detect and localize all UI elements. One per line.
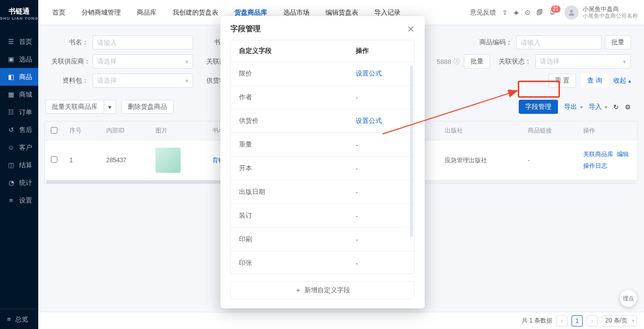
btn-add-field[interactable]: ＋ 新增自定义字段 [230,281,415,299]
sidebar-item-label: 首页 [19,37,32,46]
sidebar-item-label: 选品 [19,55,32,64]
field-name: 限价 [239,69,356,78]
btn-del-items[interactable]: 删除货盘商品 [121,100,174,114]
paginator-page-1[interactable]: 1 [572,315,583,326]
notification-icon[interactable]: 🕭21 [549,9,555,16]
link-import[interactable]: 导入 [589,102,607,111]
select-assoc-status[interactable]: 请选择▾ [535,54,631,69]
select-pack[interactable]: 请选择▾ [93,74,193,88]
btn-query[interactable]: 查 询 [581,74,608,88]
topnav-my-lists[interactable]: 我创建的货盘表 [165,0,226,25]
select-supplier[interactable]: 请选择▾ [93,54,193,69]
clear-icon[interactable]: ⓧ [453,57,460,66]
btn-add-field-label: 新增自定义字段 [304,286,350,295]
input-prod-code[interactable] [516,35,602,49]
op-log[interactable]: 操作日志 [583,162,607,169]
field-name: 装订 [239,211,356,220]
checkbox-all[interactable] [51,127,57,134]
field-op-text: - [356,212,406,220]
input-book-name[interactable] [93,35,193,49]
field-row: 开本- [231,157,414,180]
col-inner-id: 内部ID [100,121,149,141]
field-table: 自定义字段 操作 限价设置公式 作者- 供货价设置公式 重量- 开本- 出版日期… [230,40,415,274]
brand-subtitle: SHU LIAN TONG [0,16,38,21]
brand-title: 书链通 [9,7,30,16]
cell-inner-id: 285437 [100,141,149,180]
sidebar-item-stats[interactable]: ◔统计 [0,174,38,191]
checkbox-row[interactable] [51,156,57,163]
field-name: 供货价 [239,116,356,125]
field-row: 印张- [231,251,414,274]
paginator-size[interactable]: 20 条/页 [602,315,637,326]
paginator-prev[interactable]: ‹ [556,315,568,326]
btn-batch-assoc-main[interactable]: 批量关联商品库 [45,100,104,114]
sidebar-menu: ☰首页 ▣选品 ◧商品 ▦商城 ☷订单 ↺售后 ☺客户 ◫结算 ◔统计 ≡设置 [0,25,38,309]
label-assoc-status: 关联状态： [494,57,531,66]
upload-icon[interactable]: ⇧ [502,9,508,16]
btn-batch-assoc[interactable]: 批量关联商品库 ▾ [45,100,116,114]
btn-batch-assoc-caret[interactable]: ▾ [104,100,116,114]
cell-link: - [522,141,577,180]
field-name: 作者 [239,93,356,102]
btn-reset[interactable]: 重 置 [548,74,577,88]
topnav-home[interactable]: 首页 [44,0,73,25]
svg-point-0 [570,10,573,12]
field-name: 重量 [239,140,356,149]
topnav-dist[interactable]: 分销商城管理 [73,0,129,25]
field-op-text: - [356,259,406,267]
refresh-icon[interactable]: ↻ [613,103,619,111]
cell-publisher: 应急管理出版社 [439,141,522,180]
sidebar-item-label: 统计 [19,178,32,187]
field-op-link[interactable]: 设置公式 [356,117,382,124]
field-name: 出版日期 [239,187,356,196]
modal-scrollbar[interactable] [410,65,413,237]
field-op-text: - [356,165,406,172]
overview-icon: ≡ [7,315,11,323]
field-op-link[interactable]: 设置公式 [356,70,382,77]
topbar-right: 意见反馈 ⇧ ◈ ⊙ 🗐 🕭21 小尾鱼中盘商 小尾鱼中盘商公司名称 [470,6,638,20]
col-seq: 序号 [63,121,100,141]
sidebar-item-mall[interactable]: ▦商城 [0,86,38,103]
user-org: 小尾鱼中盘商公司名称 [583,13,638,19]
feedback-link[interactable]: 意见反馈 [470,8,496,17]
doc-icon[interactable]: 🗐 [536,9,543,16]
sidebar-item-customer[interactable]: ☺客户 [0,139,38,156]
btn-field-manager[interactable]: 字段管理 [519,100,558,114]
sidebar-overview[interactable]: ≡ 总览 [0,309,38,329]
btn-bulk-2[interactable]: 批量 [464,54,490,69]
sidebar-item-label: 结算 [19,161,32,170]
paginator-next[interactable]: › [587,315,598,326]
op-assoc[interactable]: 关联商品库 [583,151,613,158]
field-op-text: - [356,236,406,243]
user-menu[interactable]: 小尾鱼中盘商 小尾鱼中盘商公司名称 [565,6,638,20]
gear-icon[interactable]: ⚙ [625,103,631,111]
sidebar-item-label: 商品 [19,73,32,82]
link-export[interactable]: 导出 [564,102,583,111]
btn-bulk-1[interactable]: 批量 [605,35,631,49]
sidebar-item-home[interactable]: ☰首页 [0,33,38,50]
headset-icon[interactable]: ⊙ [525,9,530,16]
col-publisher: 出版社 [439,121,522,141]
diamond-icon[interactable]: ◈ [514,9,519,16]
avatar-icon [568,9,576,17]
select-assoc-status-placeholder: 请选择 [540,57,559,66]
sidebar-item-aftersale[interactable]: ↺售后 [0,121,38,139]
sidebar-item-settings[interactable]: ≡设置 [0,191,38,209]
sidebar-item-product[interactable]: ◧商品 [0,68,38,86]
modal-title: 字段管理 [230,24,261,34]
note-pill[interactable]: 埋点 [620,290,637,307]
collapse-toggle[interactable]: 收起 [613,76,631,85]
topnav-stock[interactable]: 商品库 [129,0,165,25]
op-edit[interactable]: 编辑 [617,151,629,158]
label-pack: 资料包： [51,76,89,85]
field-op-text: - [356,188,406,196]
field-scroll[interactable]: 限价设置公式 作者- 供货价设置公式 重量- 开本- 出版日期- 装订- 印刷-… [231,62,414,274]
user-name: 小尾鱼中盘商 [583,6,638,13]
sidebar-item-select[interactable]: ▣选品 [0,50,38,68]
sidebar-item-settlement[interactable]: ◫结算 [0,156,38,174]
modal-close-icon[interactable]: ✕ [407,25,415,34]
product-icon: ◧ [7,73,15,81]
label-prod-code: 商品编码： [475,38,512,47]
home-icon: ☰ [7,38,15,46]
sidebar-item-order[interactable]: ☷订单 [0,103,38,121]
